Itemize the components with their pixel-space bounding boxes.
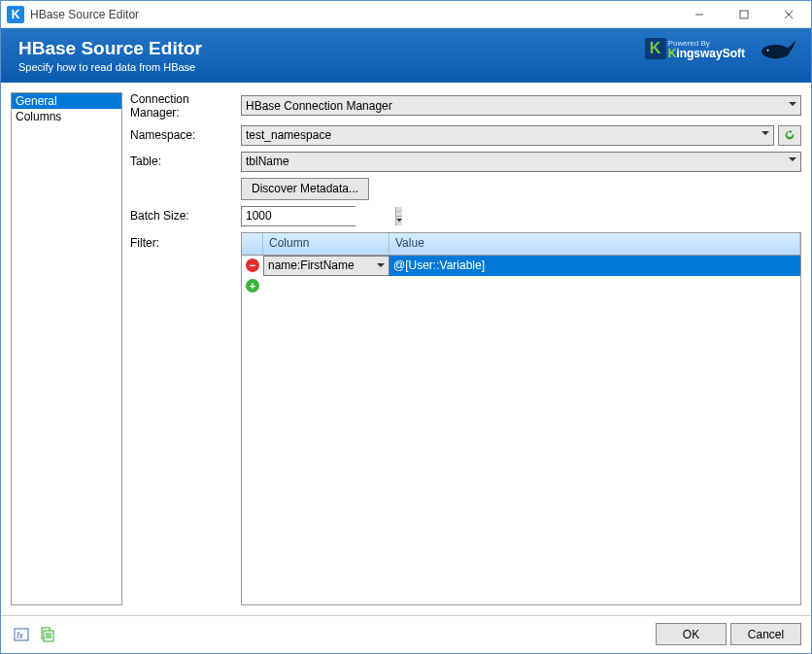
plus-icon: +: [246, 279, 259, 293]
brand-area: K Powered By KingswaySoft: [643, 36, 797, 61]
minus-icon: −: [246, 258, 259, 272]
chevron-down-icon: [789, 157, 796, 165]
filter-add-row: +: [242, 276, 800, 296]
nav-item-general[interactable]: General: [12, 93, 121, 109]
svg-rect-1: [740, 11, 748, 18]
fx-icon: fx: [14, 627, 29, 642]
connection-value: HBase Connection Manager: [246, 99, 392, 113]
minimize-button[interactable]: [677, 1, 722, 27]
connection-select[interactable]: HBase Connection Manager: [241, 95, 801, 116]
filter-value-text: @[User::Variable]: [393, 258, 485, 272]
expression-button[interactable]: fx: [11, 624, 32, 645]
namespace-value: test_namespace: [246, 128, 331, 142]
cancel-button[interactable]: Cancel: [730, 623, 801, 645]
documentation-button[interactable]: [36, 624, 57, 645]
batch-size-input[interactable]: [242, 207, 395, 225]
brand-name: KingswaySoft: [668, 49, 745, 59]
table-value: tblName: [246, 155, 289, 168]
grid-header-actions: [242, 233, 263, 255]
filter-column-select[interactable]: name:FirstName: [263, 256, 389, 276]
brand-logo: K Powered By KingswaySoft: [643, 36, 747, 61]
nav-item-columns[interactable]: Columns: [12, 109, 121, 124]
spin-up-button[interactable]: [396, 207, 402, 217]
window-controls: [677, 1, 811, 27]
close-button[interactable]: [766, 1, 811, 27]
grid-header-value[interactable]: Value: [389, 233, 800, 255]
titlebar: K HBase Source Editor: [1, 1, 811, 28]
table-select[interactable]: tblName: [241, 152, 801, 172]
connection-label: Connection Manager:: [128, 92, 241, 120]
svg-text:fx: fx: [17, 631, 24, 640]
svg-point-5: [767, 50, 769, 52]
banner-subtitle: Specify how to read data from HBase: [18, 61, 202, 73]
namespace-select[interactable]: test_namespace: [241, 125, 774, 146]
filter-grid: Column Value − name:FirstName @[User::V: [241, 232, 801, 605]
window-title: HBase Source Editor: [30, 8, 677, 21]
triangle-up-icon: [396, 211, 402, 212]
spin-down-button[interactable]: [396, 217, 402, 225]
triangle-down-icon: [396, 219, 402, 223]
filter-row-item[interactable]: − name:FirstName @[User::Variable]: [242, 256, 800, 276]
ok-button[interactable]: OK: [656, 623, 727, 645]
filter-column-value: name:FirstName: [268, 258, 355, 272]
document-icon: [39, 627, 54, 642]
grid-header-column[interactable]: Column: [263, 233, 389, 255]
header-banner: HBase Source Editor Specify how to read …: [1, 28, 811, 83]
form-area: Connection Manager: HBase Connection Man…: [128, 92, 801, 605]
chevron-down-icon: [789, 102, 796, 110]
brand-k-icon: K: [645, 38, 666, 59]
refresh-namespace-button[interactable]: [778, 125, 801, 146]
chevron-down-icon: [761, 131, 769, 139]
refresh-icon: [783, 128, 796, 142]
filter-label: Filter:: [128, 232, 241, 250]
namespace-label: Namespace:: [128, 128, 241, 142]
whale-icon: [759, 36, 797, 61]
content-area: General Columns Connection Manager: HBas…: [1, 83, 811, 615]
footer: fx OK Cancel: [1, 615, 811, 653]
filter-value-cell[interactable]: @[User::Variable]: [389, 256, 800, 276]
add-row-button[interactable]: +: [242, 276, 263, 296]
table-label: Table:: [128, 155, 241, 168]
app-icon: K: [7, 6, 24, 23]
remove-row-button[interactable]: −: [242, 256, 263, 276]
svg-point-4: [761, 45, 790, 58]
filter-grid-header: Column Value: [242, 233, 800, 256]
batch-size-label: Batch Size:: [128, 209, 241, 223]
maximize-button[interactable]: [722, 1, 766, 27]
sidebar-nav: General Columns: [11, 92, 122, 605]
banner-title: HBase Source Editor: [18, 38, 202, 59]
discover-metadata-button[interactable]: Discover Metadata...: [241, 178, 369, 200]
chevron-down-icon: [377, 263, 385, 267]
batch-size-spinner[interactable]: [241, 206, 355, 226]
filter-grid-body: − name:FirstName @[User::Variable] +: [242, 256, 800, 604]
